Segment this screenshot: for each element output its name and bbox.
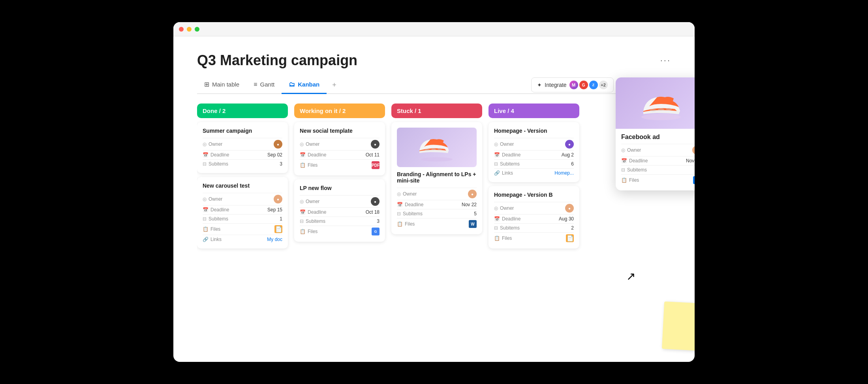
card-field: ⊟Subitems3 [300, 216, 380, 226]
field-label: 📅Deadline [300, 209, 326, 215]
floating-card[interactable]: Facebook ad ◎ Owner ● 📅 Deadline Nov 22 … [616, 77, 695, 190]
field-type-icon: 📅 [203, 207, 209, 213]
monday-icon: M [569, 81, 578, 89]
avatar: ● [274, 195, 282, 203]
field-label: ⊟ Subitems [621, 167, 647, 173]
field-type-icon: ◎ [621, 147, 625, 153]
svg-point-6 [658, 108, 664, 111]
field-type-icon: 📅 [300, 209, 306, 215]
field-label: 🔗Links [203, 237, 222, 242]
field-type-icon: ⊟ [494, 225, 498, 231]
card-field: ⊟Subitems5 [397, 209, 477, 218]
card-field: ◎Owner● [494, 138, 574, 150]
avatar: ● [692, 146, 695, 154]
card-field: ⊟Subitems3 [203, 159, 282, 168]
field-link[interactable]: Homep... [554, 170, 574, 176]
col-header-live: Live / 4 [488, 104, 579, 118]
card-field: ◎Owner● [203, 193, 282, 205]
field-type-icon: ◎ [397, 191, 401, 197]
card-field: 📋FilesG [300, 226, 380, 237]
add-tab-button[interactable]: + [327, 77, 342, 93]
expand-dot[interactable] [195, 27, 199, 32]
card-title: LP new flow [300, 185, 380, 191]
card-field: 📅DeadlineSep 02 [203, 150, 282, 159]
field-value: Nov 22 [686, 158, 695, 164]
field-label: ⊟Subitems [494, 225, 520, 231]
floating-card-title: Facebook ad [616, 129, 695, 144]
kanban-card-summer[interactable]: Summer campaign◎Owner●📅DeadlineSep 02⊟Su… [197, 122, 288, 173]
field-value: Oct 18 [366, 209, 380, 215]
cursor-icon: ↗ [626, 270, 635, 283]
field-label: ⊟Subitems [203, 216, 228, 222]
avatar: ● [565, 204, 574, 213]
kanban-card-carousel[interactable]: New carousel test◎Owner●📅DeadlineSep 15⊟… [197, 177, 288, 248]
field-label: ⊟Subitems [494, 161, 520, 167]
file-icon: W [469, 220, 477, 228]
field-label: 📅Deadline [397, 202, 423, 207]
svg-point-5 [650, 109, 656, 111]
kanban-board: Done / 2Summer campaign◎Owner●📅DeadlineS… [197, 104, 671, 362]
tab-main-table[interactable]: ⊞ Main table [197, 77, 246, 94]
field-value: 1 [280, 216, 282, 222]
card-field: 📅DeadlineSep 15 [203, 205, 282, 214]
kanban-card-homepage-a[interactable]: Homepage - Version◎Owner●📅DeadlineAug 2⊟… [488, 122, 579, 182]
zoom-icon: Z [589, 81, 598, 89]
field-value: Sep 02 [267, 152, 282, 158]
card-field: 📅DeadlineOct 11 [300, 150, 380, 159]
page-title: Q3 Marketing campaign [197, 52, 357, 69]
field-label: ◎Owner [203, 141, 222, 147]
field-value: Nov 22 [462, 202, 477, 207]
file-icon: 📄 [274, 225, 282, 233]
field-type-icon: 📋 [300, 229, 306, 234]
field-label: 📋 Files [621, 177, 639, 183]
tab-gantt[interactable]: ≡ Gantt [246, 77, 282, 94]
floating-card-field: 📋 Files D [621, 174, 695, 186]
integrate-button[interactable]: ✦ Integrate M G Z +2 [531, 77, 613, 92]
field-type-icon: 📋 [494, 235, 500, 241]
field-label: 📅Deadline [494, 152, 520, 158]
tab-kanban[interactable]: 🗂 Kanban [282, 77, 327, 94]
field-type-icon: 📅 [494, 216, 500, 222]
field-type-icon: ◎ [300, 199, 304, 204]
kanban-card-lp[interactable]: LP new flow◎Owner●📅DeadlineOct 18⊟Subite… [294, 179, 385, 242]
file-icon: D [693, 176, 695, 184]
field-value: Aug 2 [562, 152, 574, 158]
field-label: 📅Deadline [300, 152, 326, 158]
field-type-icon: ⊟ [621, 167, 625, 173]
file-icon: G [372, 228, 380, 235]
svg-point-2 [431, 148, 436, 150]
minimize-dot[interactable] [187, 27, 192, 32]
integration-icons: M G Z +2 [569, 81, 608, 89]
kanban-card-social[interactable]: New social template◎Owner●📅DeadlineOct 1… [294, 122, 385, 175]
field-label: ⊟Subitems [203, 161, 228, 167]
card-field: ⊟Subitems2 [494, 223, 574, 232]
kanban-card-homepage-b[interactable]: Homepage - Version B◎Owner●📅DeadlineAug … [488, 186, 579, 248]
field-type-icon: ⊟ [300, 218, 304, 224]
gantt-icon: ≡ [254, 81, 257, 88]
field-type-icon: 📅 [397, 202, 403, 207]
close-dot[interactable] [179, 27, 184, 32]
kanban-col-stuck: Stuck / 1 Branding - Alignment to LPs + … [391, 104, 482, 358]
field-type-icon: 📋 [203, 226, 209, 232]
avatar: ● [468, 190, 477, 198]
shoe-image [637, 83, 685, 123]
field-type-icon: 📅 [203, 152, 209, 158]
field-type-icon: 📅 [300, 152, 306, 158]
svg-point-1 [425, 149, 429, 151]
svg-point-3 [438, 148, 442, 150]
field-type-icon: ◎ [494, 205, 498, 211]
floating-card-field: ◎ Owner ● [621, 144, 695, 156]
floating-card-field: 📅 Deadline Nov 22 [621, 156, 695, 165]
field-label: ◎Owner [300, 141, 319, 147]
floating-card-image [616, 77, 695, 129]
browser-titlebar [173, 22, 695, 36]
field-label: ◎Owner [494, 141, 514, 147]
card-title: Branding - Alignment to LPs + mini-site [397, 171, 477, 184]
field-label: ◎ Owner [621, 147, 641, 153]
more-button[interactable]: ··· [660, 55, 671, 66]
field-label: ◎Owner [397, 191, 417, 197]
field-label: ⊟Subitems [300, 218, 325, 224]
field-label: 📋Files [397, 221, 415, 227]
kanban-card-branding[interactable]: Branding - Alignment to LPs + mini-site◎… [391, 122, 482, 234]
field-link[interactable]: My doc [267, 237, 282, 242]
